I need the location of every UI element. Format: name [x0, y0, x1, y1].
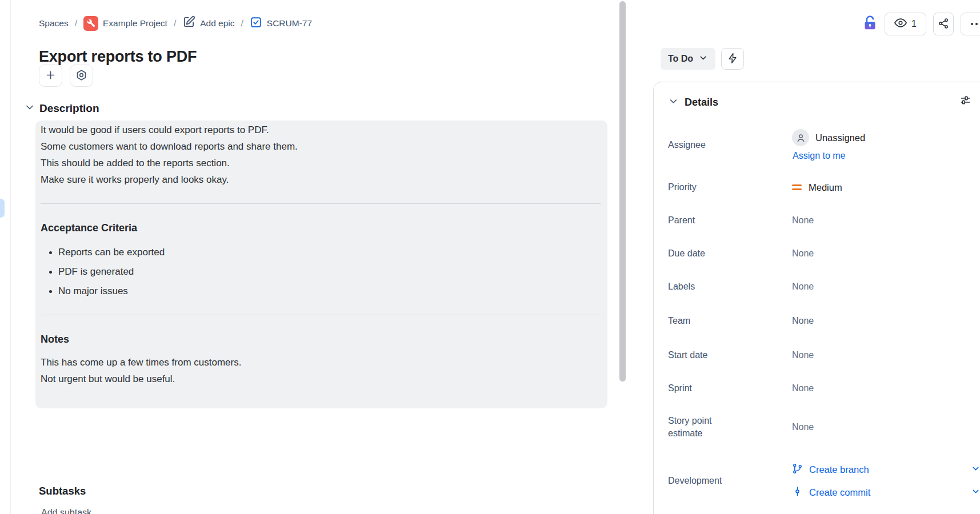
assignee-value-block: Unassigned Assign to me	[792, 129, 865, 161]
description-paragraph: It would be good if users could export r…	[41, 122, 601, 138]
apps-button[interactable]	[70, 65, 93, 87]
project-avatar-icon	[83, 16, 98, 31]
field-row-parent: Parent None	[654, 204, 980, 237]
breadcrumb-project[interactable]: Example Project	[83, 16, 167, 31]
plus-icon	[45, 69, 57, 83]
chevron-down-icon	[698, 53, 708, 65]
vertical-scrollbar[interactable]	[619, 1, 626, 382]
create-commit-label: Create commit	[809, 487, 870, 498]
field-row-story-points: Story point estimate None	[654, 405, 980, 449]
description-line: This should be added to the reports sect…	[41, 158, 230, 168]
description-paragraph: Some customers want to download reports …	[41, 138, 601, 171]
divider	[41, 315, 601, 315]
field-label: Development	[668, 475, 792, 487]
field-label: Sprint	[668, 382, 792, 395]
breadcrumb-spaces[interactable]: Spaces	[39, 18, 69, 29]
field-label: Due date	[668, 247, 792, 260]
create-branch-label: Create branch	[809, 464, 869, 475]
subtasks-heading: Subtasks	[39, 485, 86, 497]
quick-actions	[39, 65, 93, 87]
lightning-bolt-icon	[727, 53, 738, 66]
left-edge-indicator	[0, 199, 5, 218]
description-heading: Description	[39, 102, 99, 115]
add-button[interactable]	[39, 65, 62, 87]
field-label: Assignee	[668, 139, 792, 151]
assignee-name: Unassigned	[815, 132, 865, 143]
development-actions: Create branch Create commit	[792, 463, 980, 499]
start-date-value[interactable]: None	[792, 350, 814, 360]
ellipsis-icon	[971, 23, 973, 25]
field-label: Start date	[668, 349, 792, 362]
field-row-development: Development Create branch Crea	[654, 449, 980, 512]
field-label: Story point estimate	[668, 415, 792, 440]
assignee-value[interactable]: Unassigned	[792, 129, 865, 146]
status-dropdown-button[interactable]: To Do	[661, 48, 715, 70]
priority-name: Medium	[809, 182, 842, 193]
sprint-value[interactable]: None	[792, 383, 814, 393]
page-title[interactable]: Export reports to PDF	[39, 48, 197, 66]
details-heading: Details	[685, 97, 718, 109]
create-branch-action[interactable]: Create branch	[792, 463, 980, 476]
add-subtask-link[interactable]: Add subtask	[41, 508, 91, 514]
watch-button[interactable]: 1	[885, 13, 926, 35]
breadcrumb-project-label: Example Project	[103, 18, 167, 29]
description-paragraph: Make sure it works properly and looks ok…	[41, 171, 601, 188]
field-row-due-date: Due date None	[654, 237, 980, 270]
watchers-count: 1	[911, 19, 917, 29]
field-label: Parent	[668, 214, 792, 227]
parent-value[interactable]: None	[792, 215, 814, 226]
share-button[interactable]	[933, 13, 954, 35]
description-section-header: Description	[24, 102, 99, 115]
avatar	[792, 129, 809, 146]
create-commit-action[interactable]: Create commit	[792, 486, 980, 499]
chevron-down-icon[interactable]	[971, 464, 980, 476]
due-date-value[interactable]: None	[792, 248, 814, 259]
acceptance-criteria-heading: Acceptance Criteria	[41, 220, 601, 235]
jira-issue-page: { "breadcrumb": { "separator": "/", "ite…	[0, 0, 980, 514]
field-row-priority: Priority Medium	[654, 171, 980, 204]
configure-fields-button[interactable]	[955, 91, 975, 111]
acceptance-criteria-list: Reports can be exported PDF is generated…	[41, 244, 601, 299]
description-editor[interactable]: It would be good if users could export r…	[35, 121, 607, 408]
unlocked-lock-icon[interactable]	[862, 15, 878, 33]
field-label: Priority	[668, 181, 792, 194]
story-points-value[interactable]: None	[792, 422, 814, 432]
status-label: To Do	[668, 54, 693, 64]
left-rail-divider	[10, 0, 11, 514]
list-item: PDF is generated	[58, 263, 601, 280]
list-item-text: PDF is generated	[58, 266, 134, 277]
labels-value[interactable]: None	[792, 282, 814, 292]
breadcrumb-add-epic[interactable]: Add epic	[182, 15, 234, 31]
details-fields: Assignee Unassigned Assign to me Priorit…	[654, 115, 980, 512]
field-row-team: Team None	[654, 303, 980, 339]
chevron-down-icon[interactable]	[24, 102, 35, 115]
list-item: Reports can be exported	[58, 244, 601, 260]
assign-to-me-link[interactable]: Assign to me	[793, 151, 865, 161]
details-header[interactable]: Details	[654, 82, 980, 115]
git-commit-icon	[792, 486, 803, 499]
priority-medium-icon	[792, 184, 802, 190]
field-label: Labels	[668, 280, 792, 293]
field-label-text: Story point estimate	[668, 415, 732, 440]
ellipsis-icon	[975, 23, 978, 25]
priority-value[interactable]: Medium	[792, 182, 842, 193]
description-line: Some customers want to download reports …	[41, 141, 298, 152]
breadcrumb: Spaces / Example Project / Add epic / SC…	[39, 15, 312, 31]
breadcrumb-separator: /	[241, 18, 243, 29]
hexagon-nut-icon	[75, 69, 87, 83]
field-row-sprint: Sprint None	[654, 372, 980, 405]
notes-line: This has come up a few times from custom…	[41, 357, 241, 368]
chevron-down-icon[interactable]	[971, 487, 980, 499]
more-actions-button[interactable]	[961, 13, 980, 35]
list-item-text: No major issues	[58, 286, 128, 296]
chevron-down-icon[interactable]	[668, 96, 679, 109]
edit-icon	[182, 15, 195, 31]
automation-button[interactable]	[721, 48, 744, 70]
git-branch-icon	[792, 463, 803, 476]
field-row-start-date: Start date None	[654, 339, 980, 372]
breadcrumb-issue-key[interactable]: SCRUM-77	[250, 16, 312, 31]
list-item: No major issues	[58, 283, 601, 299]
sliders-icon	[959, 94, 971, 108]
details-panel: Details Assignee Unassigned Assign to me…	[653, 82, 980, 514]
team-value[interactable]: None	[792, 316, 814, 326]
